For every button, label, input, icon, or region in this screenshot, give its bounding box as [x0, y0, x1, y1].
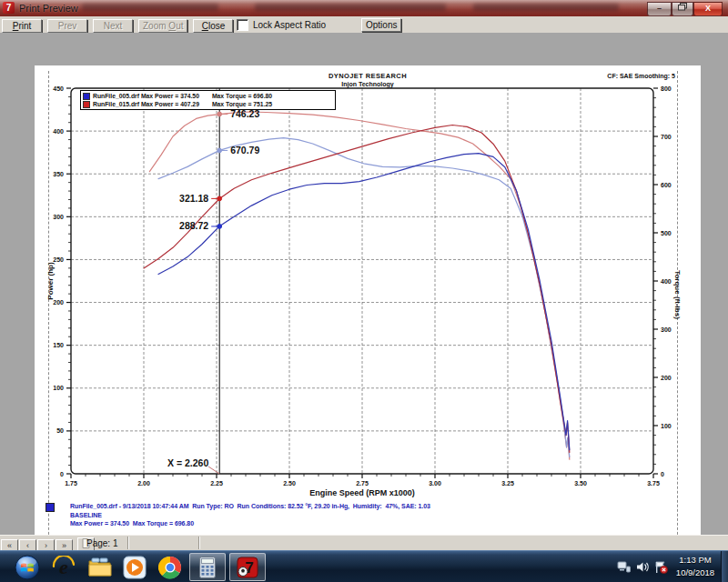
taskbar-item-internet-explorer[interactable]: e: [46, 553, 82, 581]
toolbar-button-next[interactable]: Next: [93, 19, 133, 33]
background-window-ghost-text: [473, 4, 619, 11]
legend-label: Max Torque = 696.80: [212, 93, 272, 99]
preview-background: 1.752.002.252.502.753.003.253.503.750501…: [0, 33, 728, 535]
taskbar: e: [0, 550, 728, 582]
chart-legend: RunFile_005.drf Max Power = 374.50Max To…: [80, 90, 336, 110]
svg-text:2.75: 2.75: [356, 480, 369, 487]
start-button[interactable]: [9, 553, 46, 581]
dynojet-winpep-icon: 7: [237, 557, 258, 578]
svg-text:700: 700: [661, 134, 672, 140]
chart-title: DYNOJET RESEARCH: [35, 72, 701, 80]
app-dynojet-icon: 7: [3, 2, 15, 14]
cursor-value-label: 321.18: [179, 193, 208, 204]
svg-text:3.75: 3.75: [647, 480, 660, 487]
taskbar-item-calculator[interactable]: [189, 553, 226, 581]
data-series: [144, 112, 570, 459]
title-bar: 7 Print Preview – X: [0, 0, 728, 17]
legend-label: RunFile_005.drf Max Power = 374.50: [93, 93, 199, 99]
svg-text:3.25: 3.25: [501, 480, 514, 487]
cursor-value-label: 288.72: [179, 220, 208, 231]
page-indicator: Page: 1: [86, 538, 117, 548]
legend-row: RunFile_005.drf Max Power = 374.50Max To…: [83, 92, 335, 100]
svg-text:e: e: [59, 556, 68, 578]
svg-text:0: 0: [60, 471, 64, 477]
svg-text:400: 400: [53, 128, 64, 135]
svg-text:1.75: 1.75: [65, 480, 77, 487]
volume-icon[interactable]: [636, 561, 649, 573]
svg-text:3.50: 3.50: [574, 480, 587, 487]
toolbar-button-close[interactable]: Close: [193, 19, 233, 33]
svg-text:300: 300: [661, 326, 672, 333]
svg-text:250: 250: [53, 256, 64, 263]
preview-page: 1.752.002.252.502.753.003.253.503.750501…: [35, 65, 701, 567]
taskbar-item-chrome[interactable]: [152, 553, 188, 581]
svg-text:50: 50: [56, 427, 64, 434]
toolbar-button-prev[interactable]: Prev: [47, 19, 87, 33]
options-button[interactable]: Options: [361, 18, 401, 32]
svg-text:100: 100: [53, 385, 64, 391]
toolbar: PrintPrevNextZoom OutClose Lock Aspect R…: [0, 16, 728, 34]
close-button[interactable]: X: [693, 2, 723, 16]
background-window-ghost-text: [82, 4, 218, 11]
taskbar-clock[interactable]: 1:13 PM 10/9/2018: [670, 554, 721, 579]
chrome-icon: [158, 556, 182, 579]
chart-subtitle: Injon Technology: [35, 81, 701, 87]
network-icon[interactable]: [617, 561, 631, 573]
svg-text:150: 150: [53, 342, 64, 348]
taskbar-item-media-player[interactable]: [116, 553, 153, 581]
svg-text:350: 350: [53, 171, 64, 177]
toolbar-button-print[interactable]: Print: [2, 19, 42, 33]
print-preview-window: 7 Print Preview – X PrintPrevNextZoom Ou…: [0, 0, 728, 582]
svg-text:2.25: 2.25: [210, 480, 223, 487]
toolbar-button-zoom-out[interactable]: Zoom Out: [138, 19, 187, 33]
cursor-value-label: 670.79: [230, 145, 259, 156]
svg-text:100: 100: [661, 423, 672, 429]
legend-row: RunFile_015.drf Max Power = 407.29Max To…: [83, 100, 335, 108]
svg-text:2.00: 2.00: [137, 480, 150, 487]
svg-text:600: 600: [661, 182, 672, 188]
axis-titles: Engine Speed (RPM x1000)Power (hp)Torque…: [46, 262, 682, 497]
media-player-icon: [123, 556, 147, 579]
legend-color-swatch: [83, 93, 90, 100]
statusbar-divider: [127, 537, 129, 549]
lock-aspect-ratio-control: Lock Aspect Ratio: [237, 18, 326, 31]
cursor-label-pointer: [208, 467, 219, 474]
dyno-chart: 1.752.002.252.502.753.003.253.503.750501…: [35, 65, 701, 500]
svg-text:200: 200: [661, 375, 672, 381]
legend-label: RunFile_015.drf Max Power = 407.29: [93, 101, 199, 107]
restore-icon: [678, 3, 687, 11]
taskbar-item-windows-explorer[interactable]: [82, 553, 118, 581]
show-desktop-button[interactable]: [721, 551, 728, 582]
cursor-x-label: X = 2.260: [167, 457, 208, 468]
legend-label: Max Torque = 751.25: [212, 101, 272, 107]
folder-icon: [88, 557, 112, 577]
right-axis-title: Torque (ft-lbs): [673, 270, 682, 319]
clock-date: 10/9/2018: [670, 567, 721, 579]
background-window-ghost-text: [255, 4, 446, 11]
svg-text:400: 400: [661, 278, 672, 285]
svg-text:2.50: 2.50: [283, 480, 296, 487]
calculator-icon: [199, 557, 216, 578]
run-color-swatch: [46, 503, 55, 512]
smoothing-note: CF: SAE Smoothing: 5: [607, 73, 675, 79]
x-axis-title: Engine Speed (RPM x1000): [309, 488, 415, 497]
svg-text:500: 500: [661, 230, 672, 236]
lock-aspect-ratio-label: Lock Aspect Ratio: [253, 20, 326, 30]
lock-aspect-ratio-checkbox[interactable]: [237, 19, 248, 31]
legend-color-swatch: [83, 101, 90, 108]
svg-text:0: 0: [661, 471, 664, 477]
taskbar-item-dynojet-winpep[interactable]: 7: [229, 553, 266, 581]
svg-text:200: 200: [53, 299, 64, 306]
window-title: Print Preview: [19, 3, 78, 14]
system-tray: [617, 551, 668, 582]
windows-start-orb-icon: [15, 555, 40, 580]
minimize-button[interactable]: –: [647, 2, 672, 16]
run-description: RunFile_005.drf - 9/13/2018 10:47:44 AM …: [70, 502, 430, 528]
run-info-entry: RunFile_005.drf - 9/13/2018 10:47:44 AM …: [46, 502, 682, 528]
page-nav-buttons: «‹›»: [0, 536, 73, 551]
restore-button[interactable]: [672, 2, 693, 16]
internet-explorer-icon: e: [52, 556, 76, 579]
clock-time: 1:13 PM: [670, 554, 721, 567]
left-axis-title: Power (hp): [46, 262, 55, 300]
action-center-flag-icon[interactable]: [654, 561, 668, 574]
